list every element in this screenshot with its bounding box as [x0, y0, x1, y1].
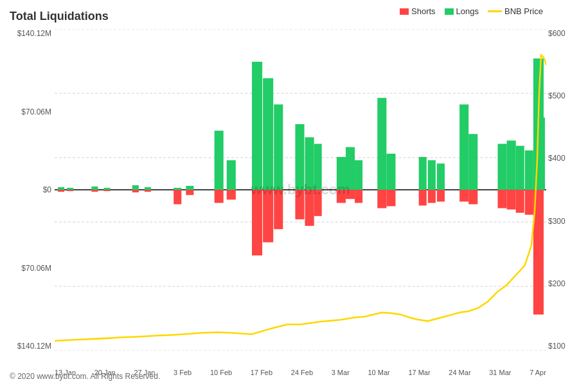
price-color-line [488, 10, 502, 12]
svg-rect-29 [263, 78, 273, 190]
svg-rect-63 [516, 146, 524, 190]
svg-rect-59 [498, 144, 507, 190]
y-axis-right: $600 $500 $400 $300 $200 $100 [548, 29, 588, 351]
svg-rect-19 [174, 188, 181, 190]
svg-rect-26 [227, 190, 236, 199]
svg-rect-7 [58, 187, 64, 190]
svg-rect-42 [346, 190, 355, 199]
y-right-200: $200 [548, 279, 566, 288]
svg-rect-34 [295, 190, 304, 219]
svg-rect-51 [428, 160, 436, 190]
svg-rect-46 [377, 190, 386, 208]
svg-rect-9 [67, 188, 73, 190]
svg-rect-20 [174, 190, 181, 204]
x-label-4: 10 Feb [210, 369, 232, 376]
svg-rect-47 [386, 154, 395, 190]
svg-rect-12 [91, 190, 98, 192]
svg-rect-14 [104, 190, 111, 191]
svg-rect-56 [459, 190, 468, 201]
x-label-8: 10 Mar [368, 369, 389, 376]
price-label: BNB Price [504, 6, 543, 16]
legend-longs: Longs [445, 6, 479, 16]
y-right-100: $100 [548, 342, 566, 351]
y-label-mid-neg: $70.06M [21, 264, 51, 273]
svg-rect-15 [132, 185, 139, 190]
svg-rect-39 [337, 157, 346, 190]
chart-area: www.bybt.com [55, 29, 546, 351]
svg-rect-33 [295, 124, 304, 190]
longs-label: Longs [456, 6, 479, 16]
y-right-400: $400 [548, 154, 566, 163]
shorts-label: Shorts [411, 6, 436, 16]
svg-rect-13 [104, 188, 111, 190]
svg-rect-62 [507, 190, 516, 210]
svg-rect-52 [428, 190, 436, 203]
svg-rect-60 [498, 190, 507, 208]
x-label-5: 17 Feb [251, 369, 272, 376]
svg-rect-43 [355, 160, 362, 190]
svg-rect-45 [377, 98, 386, 190]
svg-rect-37 [314, 144, 322, 190]
svg-rect-55 [459, 104, 468, 190]
svg-rect-44 [355, 190, 362, 203]
y-label-zero: $0 [43, 185, 51, 194]
svg-rect-22 [186, 190, 193, 195]
chart-container: Total Liquidations Shorts Longs BNB Pric… [0, 0, 588, 386]
svg-rect-66 [525, 190, 533, 215]
svg-rect-65 [525, 151, 533, 190]
svg-rect-27 [252, 62, 262, 190]
svg-rect-49 [419, 157, 427, 190]
x-label-9: 17 Mar [408, 369, 430, 376]
svg-rect-35 [305, 137, 314, 190]
svg-rect-11 [91, 187, 98, 190]
legend: Shorts Longs BNB Price [400, 6, 543, 16]
y-label-bot-neg: $140.12M [17, 342, 51, 351]
svg-rect-57 [468, 134, 477, 190]
svg-rect-61 [507, 140, 516, 190]
x-label-7: 3 Mar [332, 369, 350, 376]
y-right-600: $600 [548, 29, 566, 38]
svg-rect-64 [516, 190, 524, 213]
y-right-300: $300 [548, 217, 566, 226]
svg-rect-18 [145, 190, 151, 192]
svg-rect-24 [215, 190, 224, 203]
svg-rect-16 [132, 190, 139, 192]
svg-rect-10 [67, 190, 73, 191]
legend-price: BNB Price [488, 6, 543, 16]
y-label-mid-pos: $70.06M [21, 107, 51, 116]
svg-rect-53 [437, 163, 445, 190]
x-label-3: 3 Feb [174, 369, 192, 376]
longs-color-box [445, 8, 454, 15]
x-label-12: 7 Apr [530, 369, 546, 376]
svg-rect-50 [419, 190, 427, 205]
footer: © 2020 www.bybt.com. All Rights Reserved… [10, 372, 160, 381]
svg-rect-28 [252, 190, 262, 255]
svg-rect-32 [274, 190, 283, 229]
svg-rect-40 [337, 190, 346, 203]
svg-rect-58 [468, 190, 477, 204]
svg-rect-30 [263, 190, 273, 243]
svg-rect-8 [58, 190, 64, 192]
main-chart-svg [55, 29, 546, 351]
svg-rect-25 [227, 160, 236, 190]
svg-rect-17 [145, 187, 151, 190]
x-label-6: 24 Feb [291, 369, 313, 376]
svg-rect-38 [314, 190, 322, 216]
y-right-500: $500 [548, 91, 566, 100]
x-label-11: 31 Mar [489, 369, 511, 376]
shorts-color-box [400, 8, 409, 15]
y-axis-left: $140.12M $70.06M $0 $70.06M $140.12M [0, 29, 51, 351]
y-label-top-pos: $140.12M [17, 29, 51, 38]
svg-rect-48 [386, 190, 395, 207]
svg-rect-41 [346, 147, 355, 190]
svg-rect-21 [186, 186, 193, 190]
legend-shorts: Shorts [400, 6, 436, 16]
x-label-10: 24 Mar [449, 369, 470, 376]
svg-rect-54 [437, 190, 445, 201]
chart-title: Total Liquidations [10, 10, 109, 23]
svg-rect-36 [305, 190, 314, 226]
svg-rect-31 [274, 104, 283, 190]
svg-rect-23 [215, 131, 224, 190]
